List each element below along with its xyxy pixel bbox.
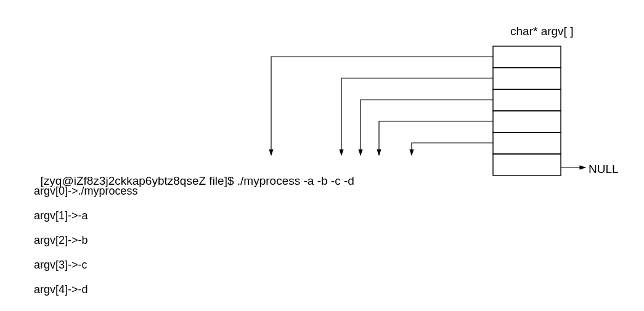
command-line: [zyq@iZf8z3j2ckkap6ybtz8qseZ file]$ ./my… bbox=[34, 160, 354, 188]
argv-cell-1 bbox=[493, 68, 561, 89]
arrow-argv4-to-d bbox=[412, 143, 493, 155]
arrow-argv1-to-a bbox=[341, 78, 493, 155]
argv-cell-4 bbox=[493, 132, 561, 154]
argv-line-4: argv[4]->-d bbox=[34, 283, 88, 297]
argv-array-title: char* argv[ ] bbox=[510, 25, 573, 39]
command-arg-2: -c bbox=[331, 174, 341, 187]
command-arg-0: -a bbox=[303, 174, 314, 187]
command-arg-1: -b bbox=[317, 174, 328, 187]
argv-line-1: argv[1]->-a bbox=[34, 209, 88, 223]
argv-cell-3 bbox=[493, 111, 561, 132]
argv-cell-0 bbox=[493, 46, 561, 68]
argv-line-0: argv[0]->./myprocess bbox=[34, 185, 138, 198]
arrow-argv3-to-c bbox=[379, 121, 493, 155]
diagram-svg bbox=[0, 0, 644, 311]
argv-line-2: argv[2]->-b bbox=[34, 234, 88, 248]
argv-cell-2 bbox=[493, 89, 561, 111]
command-executable: ./myprocess bbox=[237, 174, 300, 187]
null-label: NULL bbox=[589, 163, 619, 177]
command-arg-3: -d bbox=[344, 174, 354, 187]
argv-cell-5 bbox=[493, 154, 561, 176]
argv-array-box bbox=[493, 46, 561, 176]
arrow-argv2-to-b bbox=[361, 100, 493, 155]
arrow-argv0-to-myprocess bbox=[271, 57, 493, 155]
argv-line-3: argv[3]->-c bbox=[34, 259, 88, 272]
